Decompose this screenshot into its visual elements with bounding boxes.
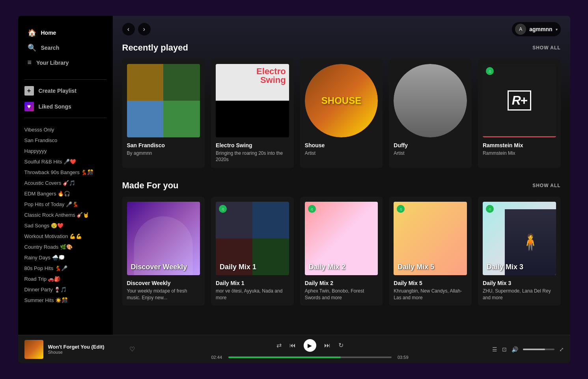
library-icon: ≡ [28,58,32,67]
playlist-item[interactable]: Happyyyy [18,146,113,156]
card-subtitle-duffy: Artist [394,150,467,157]
card-title-sanfrandisco: San Frandisco [127,142,200,148]
card-sanfrandisco[interactable]: San Frandisco By agmmnn [122,59,205,168]
create-playlist-action[interactable]: + Create Playlist [18,83,113,99]
card-daily-mix-3[interactable]: 🧍 ♫ Daily Mix 3 Daily Mix 3 ZHU, Supermo… [478,197,561,306]
track-artist: Shouse [48,350,125,355]
made-for-you-show-all[interactable]: Show all [532,183,560,188]
forward-button[interactable]: › [138,23,151,36]
card-subtitle-daily1: mor ve ötesi, Ayyuka, Nada and more [216,288,289,301]
playlist-item[interactable]: Workout Motivation 💪💪 [18,231,113,242]
card-image-electroswing: ElectroSwing [216,64,289,137]
card-daily-mix-1[interactable]: ♫ Daily Mix 1 Daily Mix 1 mor ve ötesi, … [211,197,294,306]
username: agmmnn [529,26,552,32]
card-subtitle-electroswing: Bringing the roaring 20s into the 2020s [216,150,289,163]
card-subtitle-discover: Your weekly mixtape of fresh music. Enjo… [127,288,200,301]
playlist-item[interactable]: Rainy Days 🌧️💭 [18,252,113,263]
player-controls: ⇄ ⏮ ▶ ⏭ ↻ [276,339,343,352]
card-title-daily3: Daily Mix 3 [483,280,556,286]
playlist-item[interactable]: San Frandisco [18,135,113,146]
playlist-item[interactable]: Soulful R&B Hits 🎤❤️ [18,156,113,167]
playlist-item[interactable]: Classic Rock Anthems 🎸🤘 [18,210,113,220]
queue-button[interactable]: ☰ [492,346,497,353]
nav-item-label: Search [41,45,60,51]
card-title-daily5: Daily Mix 5 [394,280,467,286]
card-subtitle-sanfrandisco: By agmmnn [127,150,200,157]
playlist-item[interactable]: Acoustic Covers 🎸🎵 [18,178,113,188]
art-electroswing: ElectroSwing [216,64,289,137]
card-title-daily2: Daily Mix 2 [305,280,378,286]
volume-bar[interactable] [523,349,554,350]
card-subtitle-daily2: Aphex Twin, Bonobo, Forest Swords and mo… [305,288,378,301]
daily5-overlay-label: Daily Mix 5 [398,263,434,271]
playlist-item[interactable]: 80s Pop Hits 💃🎤 [18,263,113,274]
spotify-badge-daily4: ♫ [486,205,494,213]
art-rammstein: R+ [483,64,556,137]
home-icon: 🏠 [28,28,36,37]
made-for-you-grid: Discover Weekly Discover Weekly Your wee… [122,197,561,306]
next-button[interactable]: ⏭ [324,342,330,349]
card-daily-mix-2[interactable]: ♫ Daily Mix 2 Daily Mix 2 Aphex Twin, Bo… [300,197,383,306]
playlist-item[interactable]: Summer Hits ☀️🎊 [18,295,113,306]
card-subtitle-shouse: Artist [305,150,378,157]
playlist-item[interactable]: Throwback 90s Bangers 💃🎊 [18,167,113,178]
rammstein-progress [483,136,556,137]
fullscreen-button[interactable]: ⤢ [559,346,564,353]
sidebar-item-home[interactable]: 🏠 Home [24,25,106,40]
user-area[interactable]: A agmmnn ▾ [512,22,560,36]
card-discover-weekly[interactable]: Discover Weekly Discover Weekly Your wee… [122,197,205,306]
sidebar: 🏠 Home 🔍 Search ≡ Your Library + Create … [18,16,113,335]
sidebar-item-search[interactable]: 🔍 Search [24,40,106,55]
card-title-shouse: Shouse [305,142,378,148]
card-subtitle-rammstein: Rammstein Mix [483,150,556,157]
app-container: 🏠 Home 🔍 Search ≡ Your Library + Create … [18,16,570,363]
total-time: 03:59 [395,355,409,360]
card-duffy[interactable]: Duffy Artist [389,59,472,168]
plus-icon: + [24,86,34,96]
progress-track[interactable] [228,356,392,358]
playlist-item[interactable]: Sad Songs 😢❤️ [18,220,113,231]
card-electroswing[interactable]: ElectroSwing Electro Swing Bringing the … [211,59,294,168]
playlist-item[interactable]: EDM Bangers 🔥🎧 [18,188,113,199]
art-sanfrandisco [127,64,200,137]
card-image-daily3: ♫ Daily Mix 5 [394,202,467,275]
playlist-item[interactable]: Vibesss Only [18,124,113,135]
previous-button[interactable]: ⏮ [289,342,296,349]
recently-played-show-all[interactable]: Show all [532,45,560,51]
back-button[interactable]: ‹ [122,23,135,36]
repeat-button[interactable]: ↻ [338,341,343,349]
playlist-item[interactable]: Country Roads 🌿🎨 [18,242,113,252]
now-playing-right: ☰ ⊡ 🔊 ⤢ [485,346,564,353]
heart-icon: ♥ [24,102,34,111]
top-bar: ‹ › A agmmnn ▾ [113,16,570,43]
volume-fill [523,349,545,350]
main-layout: 🏠 Home 🔍 Search ≡ Your Library + Create … [18,16,570,335]
card-rammstein[interactable]: R+ ♫ Rammstein Mix Rammstein Mix [478,59,561,168]
made-for-you-section: Made For you Show all Discover Weekly [122,180,561,306]
recently-played-grid: San Frandisco By agmmnn ElectroSwing Ele… [122,59,561,168]
playlist-item[interactable]: Dinner Party 🍷🎵 [18,284,113,295]
card-image-daily2: ♫ Daily Mix 2 [305,202,378,275]
play-pause-button[interactable]: ▶ [304,339,316,352]
playlist-item[interactable]: Road Trip 🚗🎒 [18,274,113,284]
progress-fill [228,356,341,358]
main-content: ‹ › A agmmnn ▾ Recently played Show all [113,16,570,335]
liked-songs-action[interactable]: ♥ Liked Songs [18,99,113,114]
recently-played-title: Recently played [122,43,189,53]
playlist-item[interactable]: Pop Hits of Today 🎤💃 [18,199,113,210]
shuffle-button[interactable]: ⇄ [276,341,282,349]
avatar: A [515,24,526,35]
volume-button[interactable]: 🔊 [511,346,518,353]
now-playing-left: Won't Forget You (Edit) Shouse ♡ [24,340,135,359]
sidebar-item-library[interactable]: ≡ Your Library [24,55,106,70]
card-title-duffy: Duffy [394,142,467,148]
devices-button[interactable]: ⊡ [502,346,507,353]
like-track-button[interactable]: ♡ [129,345,135,353]
now-playing-bar: Won't Forget You (Edit) Shouse ♡ ⇄ ⏮ ▶ ⏭… [18,335,570,363]
card-daily-mix-5[interactable]: ♫ Daily Mix 5 Daily Mix 5 Khruangbin, Ne… [389,197,472,306]
spotify-badge-rammstein: ♫ [486,67,494,75]
card-image-daily1: ♫ Daily Mix 1 [216,202,289,275]
spotify-badge-daily2: ♫ [308,205,316,213]
card-shouse[interactable]: SHOUSE Shouse Artist [300,59,383,168]
playlist-section: Vibesss OnlySan FrandiscoHappyyyySoulful… [18,121,113,328]
